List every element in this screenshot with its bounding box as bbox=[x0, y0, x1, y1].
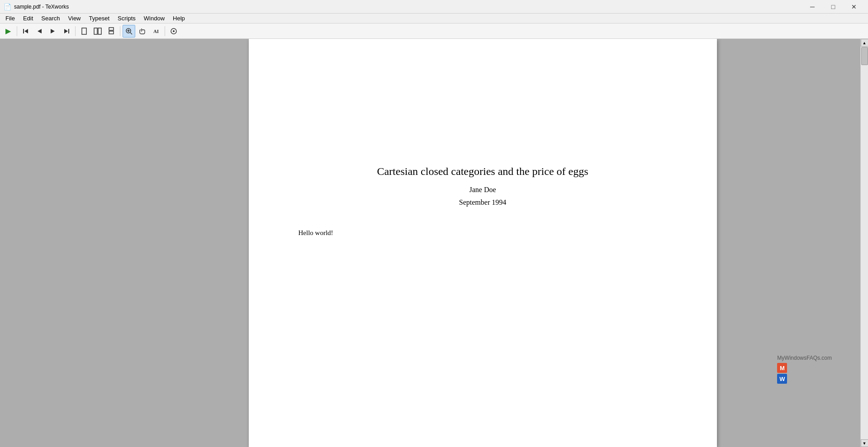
svg-marker-1 bbox=[24, 29, 28, 33]
text-select-button[interactable]: AI bbox=[150, 25, 162, 38]
toolbar-separator-4 bbox=[165, 26, 165, 36]
toolbar-separator-2 bbox=[75, 26, 76, 36]
svg-line-12 bbox=[130, 33, 132, 34]
svg-rect-6 bbox=[82, 28, 86, 34]
menu-window[interactable]: Window bbox=[140, 14, 168, 23]
scroll-thumb[interactable] bbox=[861, 47, 868, 65]
svg-rect-10 bbox=[109, 31, 114, 34]
next-page-button[interactable] bbox=[47, 25, 59, 38]
first-page-button[interactable] bbox=[19, 25, 32, 38]
close-button[interactable]: ✕ bbox=[844, 0, 864, 14]
sync-button[interactable] bbox=[167, 25, 180, 38]
pdf-date: September 1994 bbox=[459, 198, 506, 207]
main-area: Cartesian closed categories and the pric… bbox=[0, 39, 868, 447]
title-bar-controls: ─ □ ✕ bbox=[802, 0, 864, 14]
pdf-author: Jane Doe bbox=[469, 186, 496, 194]
svg-marker-3 bbox=[51, 29, 55, 33]
svg-rect-8 bbox=[98, 28, 101, 34]
logo-m-top: M W bbox=[777, 363, 787, 384]
svg-point-16 bbox=[173, 30, 175, 32]
pdf-content: Cartesian closed categories and the pric… bbox=[249, 39, 717, 237]
pdf-area[interactable]: Cartesian closed categories and the pric… bbox=[105, 39, 860, 447]
watermark: MyWindowsFAQs.com M W bbox=[777, 355, 832, 384]
scrollbar[interactable]: ▲ ▼ bbox=[860, 39, 868, 447]
svg-rect-9 bbox=[109, 28, 114, 30]
logo-w-square: W bbox=[777, 374, 787, 384]
prev-page-button[interactable] bbox=[33, 25, 46, 38]
watermark-text: MyWindowsFAQs.com bbox=[777, 355, 832, 361]
zoom-button[interactable] bbox=[123, 25, 135, 38]
toolbar: ▶ AI bbox=[0, 24, 868, 39]
facing-pages-button[interactable] bbox=[91, 25, 104, 38]
menu-help[interactable]: Help bbox=[169, 14, 189, 23]
maximize-button[interactable]: □ bbox=[823, 0, 844, 14]
watermark-logo: M W bbox=[777, 363, 832, 384]
menu-view[interactable]: View bbox=[65, 14, 85, 23]
title-bar-text: sample.pdf - TeXworks bbox=[14, 4, 69, 10]
last-page-button[interactable] bbox=[60, 25, 73, 38]
svg-rect-7 bbox=[94, 28, 97, 34]
title-bar: 📄 sample.pdf - TeXworks ─ □ ✕ bbox=[0, 0, 868, 14]
title-bar-left: 📄 sample.pdf - TeXworks bbox=[4, 3, 69, 10]
svg-marker-5 bbox=[64, 29, 68, 33]
typeset-button[interactable]: ▶ bbox=[2, 25, 14, 38]
toolbar-separator-1 bbox=[17, 26, 17, 36]
scroll-down-button[interactable]: ▼ bbox=[861, 439, 868, 447]
app-icon: 📄 bbox=[4, 3, 11, 10]
minimize-button[interactable]: ─ bbox=[802, 0, 823, 14]
menu-file[interactable]: File bbox=[2, 14, 19, 23]
hand-tool-button[interactable] bbox=[136, 25, 149, 38]
pdf-title: Cartesian closed categories and the pric… bbox=[377, 165, 588, 178]
scroll-track[interactable] bbox=[861, 47, 868, 439]
menu-scripts[interactable]: Scripts bbox=[114, 14, 139, 23]
menu-typeset[interactable]: Typeset bbox=[85, 14, 114, 23]
continuous-button[interactable] bbox=[105, 25, 118, 38]
left-panel bbox=[0, 39, 105, 447]
menu-search[interactable]: Search bbox=[38, 14, 63, 23]
menu-bar: File Edit Search View Typeset Scripts Wi… bbox=[0, 14, 868, 24]
single-page-button[interactable] bbox=[78, 25, 90, 38]
scroll-up-button[interactable]: ▲ bbox=[861, 39, 868, 47]
pdf-page: Cartesian closed categories and the pric… bbox=[249, 39, 717, 447]
pdf-body: Hello world! bbox=[285, 229, 681, 237]
menu-edit[interactable]: Edit bbox=[19, 14, 37, 23]
toolbar-separator-3 bbox=[120, 26, 120, 36]
svg-marker-2 bbox=[38, 29, 42, 33]
logo-m-square: M bbox=[777, 363, 787, 373]
